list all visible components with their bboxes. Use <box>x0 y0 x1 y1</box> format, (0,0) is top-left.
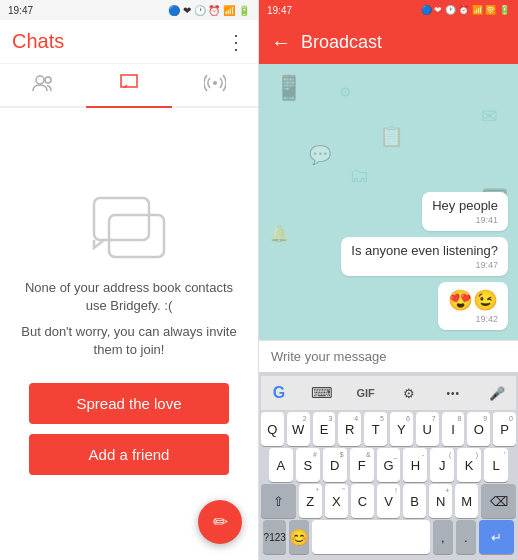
keyboard-settings-icon[interactable]: ⌨ <box>307 379 337 407</box>
message-time-2: 19:47 <box>351 260 498 270</box>
key-enter[interactable]: ↵ <box>479 520 514 554</box>
keyboard-toolbar: G ⌨ GIF ⚙ ••• 🎤 <box>261 376 516 410</box>
svg-rect-3 <box>94 198 149 240</box>
emoji-content: 😍😉 <box>448 289 498 311</box>
key-m[interactable]: M <box>455 484 478 518</box>
tab-nearby[interactable] <box>172 64 258 106</box>
keyboard-row-2: A S# D$ F& G_ H- J( K) L' <box>261 448 516 482</box>
add-friend-button[interactable]: Add a friend <box>29 434 229 475</box>
contacts-icon <box>32 74 54 97</box>
key-i[interactable]: I8 <box>442 412 465 446</box>
svg-rect-4 <box>109 215 164 257</box>
message-text: Hey people <box>432 198 498 213</box>
empty-state: None of your address book contacts use B… <box>0 108 258 560</box>
key-z[interactable]: Z* <box>299 484 322 518</box>
key-q[interactable]: Q <box>261 412 284 446</box>
message-input[interactable] <box>271 349 506 364</box>
svg-point-1 <box>45 77 51 83</box>
tab-chats[interactable] <box>86 64 172 106</box>
compose-icon: ✏ <box>213 511 228 533</box>
menu-icon[interactable]: ⋮ <box>226 30 246 54</box>
status-bar-right: 19:47 🔵 ❤ 🕐 ⏰ 📶 🛜 🔋 <box>259 0 518 20</box>
keyboard-more-icon[interactable]: ••• <box>438 379 468 407</box>
app-title-left: Chats <box>12 30 64 53</box>
key-x[interactable]: X" <box>325 484 348 518</box>
back-button[interactable]: ← <box>271 31 291 54</box>
gboard-google-icon[interactable]: G <box>265 379 293 407</box>
key-y[interactable]: Y6 <box>390 412 413 446</box>
message-time-3: 19:42 <box>448 314 498 324</box>
key-c[interactable]: C <box>351 484 374 518</box>
key-r[interactable]: R4 <box>338 412 361 446</box>
key-t[interactable]: T5 <box>364 412 387 446</box>
svg-point-0 <box>36 76 44 84</box>
status-bar-left: 19:47 🔵 ❤ 🕐 ⏰ 📶 🔋 <box>0 0 258 20</box>
message-emoji-bubble: 😍😉 19:42 <box>438 282 508 330</box>
key-w[interactable]: W2 <box>287 412 310 446</box>
key-f[interactable]: F& <box>350 448 374 482</box>
message-input-bar <box>259 340 518 372</box>
key-u[interactable]: U7 <box>416 412 439 446</box>
app-bar-right: ← Broadcast <box>259 20 518 64</box>
chat-bubbles-illustration <box>89 193 169 263</box>
key-h[interactable]: H- <box>403 448 427 482</box>
key-space[interactable] <box>312 520 429 554</box>
key-numbers[interactable]: ?123 <box>263 520 286 554</box>
empty-secondary-text: But don't worry, you can always invite t… <box>20 323 238 359</box>
svg-point-2 <box>213 81 217 85</box>
app-bar-left: Chats ⋮ <box>0 20 258 64</box>
nearby-icon <box>204 73 226 98</box>
keyboard: G ⌨ GIF ⚙ ••• 🎤 Q W2 E3 R4 T5 Y6 U7 I8 O… <box>259 372 518 560</box>
message-text-2: Is anyone even listening? <box>351 243 498 258</box>
status-icons-left: 🔵 ❤ 🕐 ⏰ 📶 🔋 <box>168 5 250 16</box>
messages-list: Hey people 19:41 Is anyone even listenin… <box>269 192 508 330</box>
key-k[interactable]: K) <box>457 448 481 482</box>
message-hey-people: Hey people 19:41 <box>422 192 508 231</box>
key-l[interactable]: L' <box>484 448 508 482</box>
right-panel: 19:47 🔵 ❤ 🕐 ⏰ 📶 🛜 🔋 ← Broadcast 📱 ✉ 💬 📟 … <box>259 0 518 560</box>
key-emoji[interactable]: 😊 <box>289 520 309 554</box>
status-icons-right: 🔵 ❤ 🕐 ⏰ 📶 🛜 🔋 <box>421 5 510 15</box>
key-v[interactable]: V! <box>377 484 400 518</box>
key-b[interactable]: B <box>403 484 426 518</box>
tab-contacts[interactable] <box>0 64 86 106</box>
key-backspace[interactable]: ⌫ <box>481 484 516 518</box>
empty-primary-text: None of your address book contacts use B… <box>20 279 238 315</box>
key-n[interactable]: N+ <box>429 484 452 518</box>
time-right: 19:47 <box>267 5 292 16</box>
key-d[interactable]: D$ <box>323 448 347 482</box>
compose-fab[interactable]: ✏ <box>198 500 242 544</box>
keyboard-gear-icon[interactable]: ⚙ <box>394 379 424 407</box>
key-j[interactable]: J( <box>430 448 454 482</box>
key-shift[interactable]: ⇧ <box>261 484 296 518</box>
broadcast-title: Broadcast <box>301 32 382 53</box>
key-comma[interactable]: , <box>433 520 453 554</box>
key-g[interactable]: G_ <box>377 448 401 482</box>
keyboard-row-1: Q W2 E3 R4 T5 Y6 U7 I8 O9 P0 <box>261 412 516 446</box>
time-left: 19:47 <box>8 5 33 16</box>
chat-area: 📱 ✉ 💬 📟 🔔 📋 ⌨ ⚙ 🗂 Hey people 19:41 Is an… <box>259 64 518 340</box>
spread-love-button[interactable]: Spread the love <box>29 383 229 424</box>
key-s[interactable]: S# <box>296 448 320 482</box>
key-e[interactable]: E3 <box>313 412 336 446</box>
message-listening: Is anyone even listening? 19:47 <box>341 237 508 276</box>
key-o[interactable]: O9 <box>467 412 490 446</box>
keyboard-row-3: ⇧ Z* X" C V! B N+ M ⌫ <box>261 484 516 518</box>
chats-icon <box>119 73 139 98</box>
key-period[interactable]: . <box>456 520 476 554</box>
key-a[interactable]: A <box>269 448 293 482</box>
tabs-row <box>0 64 258 108</box>
gif-button[interactable]: GIF <box>351 379 381 407</box>
keyboard-mic-icon[interactable]: 🎤 <box>482 379 512 407</box>
keyboard-row-4: ?123 😊 , . ↵ <box>261 520 516 554</box>
message-time-1: 19:41 <box>432 215 498 225</box>
key-p[interactable]: P0 <box>493 412 516 446</box>
left-panel: 19:47 🔵 ❤ 🕐 ⏰ 📶 🔋 Chats ⋮ <box>0 0 259 560</box>
